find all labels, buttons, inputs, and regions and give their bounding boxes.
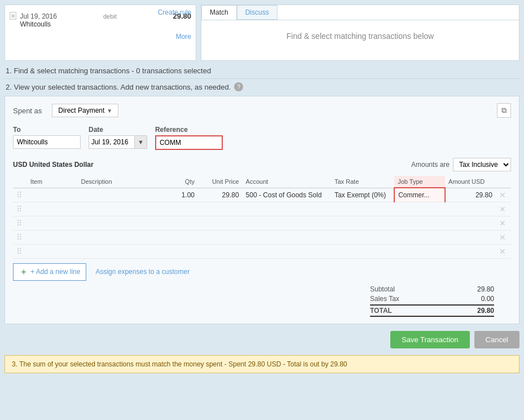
date-label: Date bbox=[89, 126, 147, 134]
cell-unit-price: 29.80 bbox=[198, 188, 243, 202]
date-input[interactable] bbox=[89, 136, 134, 148]
calendar-icon[interactable]: ▼ bbox=[134, 136, 147, 148]
total-label: TOTAL bbox=[370, 307, 392, 315]
delete-empty-4[interactable]: ✕ bbox=[499, 247, 506, 256]
form-area: Spent as Direct Payment ▼ ⧉ To Date ▼ bbox=[5, 96, 519, 324]
tab-match[interactable]: Match bbox=[201, 5, 237, 20]
th-description: Description bbox=[78, 176, 166, 188]
cell-description bbox=[78, 188, 166, 202]
match-content: Find & select matching transactions belo… bbox=[201, 20, 519, 52]
delete-empty-3[interactable]: ✕ bbox=[499, 233, 506, 242]
help-icon[interactable]: ? bbox=[234, 82, 243, 91]
more-link[interactable]: More bbox=[10, 33, 191, 41]
th-amount: Amount USD bbox=[445, 176, 496, 188]
date-field-group: Date ▼ bbox=[89, 126, 147, 150]
section2-heading: 2. View your selected transactions. Add … bbox=[5, 83, 231, 91]
sales-tax-label: Sales Tax bbox=[370, 295, 399, 303]
currency-label: USD United States Dollar bbox=[13, 161, 94, 169]
fields-row: To Date ▼ Reference bbox=[13, 126, 511, 150]
tx-date: Jul 19, 2016 bbox=[20, 12, 56, 20]
section1-heading: 1. Find & select matching transactions -… bbox=[5, 67, 519, 75]
sales-tax-row: Sales Tax 0.00 bbox=[370, 295, 494, 303]
th-tax-rate: Tax Rate bbox=[331, 176, 394, 188]
amounts-are-label: Amounts are bbox=[411, 161, 450, 169]
add-line-row: ＋ + Add a new line Assign expenses to a … bbox=[13, 263, 511, 281]
drag-handle[interactable]: ⠿ bbox=[16, 191, 22, 200]
spent-as-label: Spent as bbox=[13, 107, 42, 115]
spent-as-row: Spent as Direct Payment ▼ ⧉ bbox=[13, 103, 511, 118]
table-row-empty-1: ⠿ ✕ bbox=[13, 202, 511, 216]
match-panel: Match Discuss Find & select matching tra… bbox=[201, 5, 519, 61]
sales-tax-value: 0.00 bbox=[481, 295, 494, 303]
save-transaction-button[interactable]: Save Transaction bbox=[390, 331, 469, 348]
total-row: TOTAL 29.80 bbox=[370, 304, 494, 317]
main-container: Create rule × Jul 19, 2016 debit 29.80 W… bbox=[0, 0, 524, 378]
copy-button[interactable]: ⧉ bbox=[497, 103, 511, 118]
reference-field-group: Reference bbox=[155, 126, 223, 150]
match-tabs: Match Discuss bbox=[201, 5, 519, 20]
th-account: Account bbox=[243, 176, 331, 188]
delete-row-button[interactable]: ✕ bbox=[499, 191, 506, 200]
cancel-button[interactable]: Cancel bbox=[474, 331, 519, 348]
plus-icon: ＋ bbox=[19, 266, 28, 278]
tx-type: debit bbox=[103, 13, 117, 20]
delete-empty-1[interactable]: ✕ bbox=[499, 205, 506, 214]
reference-input[interactable] bbox=[155, 135, 223, 150]
cell-item bbox=[27, 188, 78, 202]
table-row-empty-2: ⠿ ✕ bbox=[13, 216, 511, 230]
bottom-notice: 3. The sum of your selected transactions… bbox=[5, 355, 519, 373]
action-row: Save Transaction Cancel bbox=[5, 331, 519, 348]
subtotal-value: 29.80 bbox=[477, 285, 494, 293]
th-job-type: Job Type bbox=[394, 176, 445, 188]
transaction-card: Create rule × Jul 19, 2016 debit 29.80 W… bbox=[5, 5, 196, 61]
table-row: ⠿ 1.00 29.80 500 - Cost of Goods Sold Ta… bbox=[13, 188, 511, 202]
add-new-line-button[interactable]: ＋ + Add a new line bbox=[13, 263, 86, 281]
date-input-wrap: ▼ bbox=[89, 135, 147, 149]
to-label: To bbox=[13, 126, 81, 134]
th-qty: Qty bbox=[166, 176, 198, 188]
subtotal-label: Subtotal bbox=[370, 285, 395, 293]
items-table: Item Description Qty Unit Price Account … bbox=[13, 176, 511, 259]
cell-qty: 1.00 bbox=[166, 188, 198, 202]
top-section: Create rule × Jul 19, 2016 debit 29.80 W… bbox=[5, 5, 519, 61]
to-input[interactable] bbox=[13, 135, 81, 149]
table-row-empty-3: ⠿ ✕ bbox=[13, 230, 511, 244]
subtotal-row: Subtotal 29.80 bbox=[370, 285, 494, 293]
table-row-empty-4: ⠿ ✕ bbox=[13, 244, 511, 258]
assign-expenses-link[interactable]: Assign expenses to a customer bbox=[95, 268, 190, 276]
amounts-are-select[interactable]: Tax Inclusive bbox=[453, 158, 511, 171]
cell-amount: 29.80 bbox=[445, 188, 496, 202]
tx-name: Whitcoulls bbox=[20, 20, 191, 28]
reference-label: Reference bbox=[155, 126, 223, 134]
cell-job-type[interactable]: Commer... bbox=[394, 188, 445, 202]
cell-tax-rate: Tax Exempt (0%) bbox=[331, 188, 394, 202]
close-icon[interactable]: × bbox=[10, 12, 16, 20]
tab-discuss[interactable]: Discuss bbox=[237, 5, 278, 20]
amounts-are: Amounts are Tax Inclusive bbox=[411, 158, 511, 171]
currency-row: USD United States Dollar Amounts are Tax… bbox=[13, 158, 511, 171]
to-field-group: To bbox=[13, 126, 81, 150]
chevron-down-icon: ▼ bbox=[107, 108, 112, 114]
create-rule-link[interactable]: Create rule bbox=[158, 8, 191, 16]
total-value: 29.80 bbox=[477, 307, 494, 315]
delete-empty-2[interactable]: ✕ bbox=[499, 219, 506, 228]
direct-payment-dropdown[interactable]: Direct Payment ▼ bbox=[52, 104, 118, 117]
th-item: Item bbox=[27, 176, 78, 188]
cell-account: 500 - Cost of Goods Sold bbox=[243, 188, 331, 202]
th-unit-price: Unit Price bbox=[198, 176, 243, 188]
section1-divider bbox=[5, 78, 519, 79]
totals-section: Subtotal 29.80 Sales Tax 0.00 TOTAL 29.8… bbox=[13, 285, 511, 317]
